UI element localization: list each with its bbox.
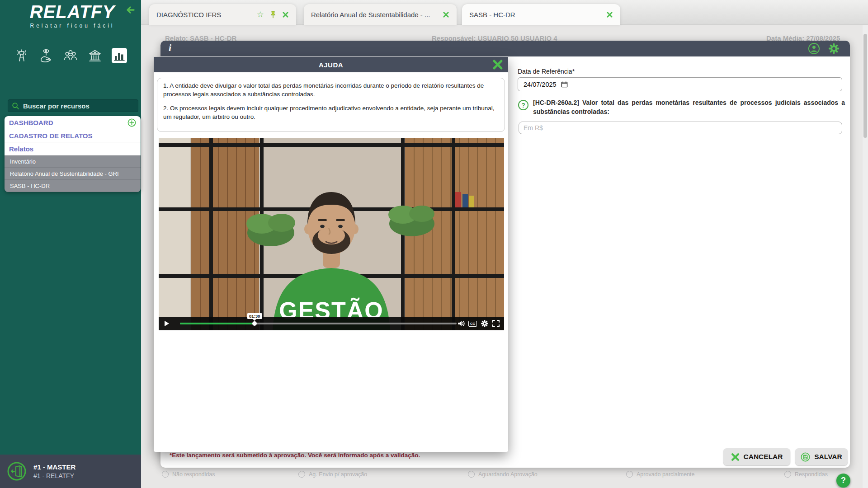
status-dot-icon bbox=[162, 471, 169, 478]
status-legend-item: Não respondidas bbox=[162, 471, 215, 478]
close-tab-icon[interactable] bbox=[443, 11, 449, 18]
search-input[interactable] bbox=[23, 102, 127, 110]
user-session-footer: #1 - MASTER #1 - RELATFY bbox=[0, 455, 141, 488]
progress-playhead[interactable] bbox=[252, 321, 257, 326]
tab-sasb-hc-dr[interactable]: SASB - HC-DR bbox=[462, 4, 620, 25]
people-group-icon[interactable] bbox=[62, 47, 79, 64]
help-modal-title: AJUDA bbox=[319, 61, 343, 69]
page-scrollbar bbox=[863, 25, 868, 488]
bank-icon[interactable] bbox=[87, 47, 103, 64]
help-modal: AJUDA 1. A entidade deve divulgar o valo… bbox=[154, 57, 508, 452]
question-help-icon[interactable]: ? bbox=[518, 100, 528, 110]
closed-captions-icon[interactable]: CC bbox=[468, 321, 477, 327]
volume-icon[interactable] bbox=[457, 319, 465, 328]
sidebar-subitem-label: Relatório Anual de Sustentabilidade - GR… bbox=[10, 170, 119, 177]
status-legend-item: Aguardando Aprovação bbox=[468, 471, 538, 478]
status-legend-item: Respondidas bbox=[784, 471, 828, 478]
save-button[interactable]: SALVAR bbox=[795, 448, 848, 465]
favorite-star-icon[interactable]: ☆ bbox=[257, 10, 264, 19]
tab-label: DIAGNÓSTICO IFRS bbox=[156, 11, 221, 19]
pin-icon[interactable] bbox=[269, 10, 277, 19]
help-video-player[interactable]: GESTÃO 01:30 CC bbox=[159, 138, 504, 330]
status-dot-icon bbox=[784, 471, 791, 478]
sidebar-item-relatos[interactable]: Relatos bbox=[5, 142, 141, 155]
date-reference-input[interactable]: 24/07/2025 bbox=[518, 77, 842, 91]
date-value: 24/07/2025 bbox=[524, 81, 557, 88]
sidebar: RELATFY Relatar ficou fácil DASHBOARD CA bbox=[0, 0, 141, 488]
sidebar-menu: DASHBOARD CADASTRO DE RELATOS Relatos In… bbox=[5, 116, 141, 192]
dialog-header: i bbox=[160, 41, 850, 56]
sidebar-item-label: Relatos bbox=[9, 145, 33, 153]
status-dot-icon bbox=[298, 471, 305, 478]
sidebar-module-icons bbox=[14, 45, 127, 66]
info-icon: i bbox=[169, 42, 171, 54]
sidebar-subitem-sasb-hc-dr[interactable]: SASB - HC-DR bbox=[5, 180, 141, 192]
question-label: [HC-DR-260a.2] Valor total das perdas mo… bbox=[533, 98, 845, 117]
logout-door-icon[interactable] bbox=[6, 461, 27, 482]
fullscreen-icon[interactable] bbox=[492, 319, 500, 328]
play-button-icon[interactable] bbox=[165, 321, 169, 326]
help-text-box: 1. A entidade deve divulgar o valor tota… bbox=[157, 78, 505, 132]
cancel-x-icon bbox=[731, 453, 740, 461]
video-settings-gear-icon[interactable] bbox=[481, 319, 489, 328]
tab-diagnostico-ifrs[interactable]: DIAGNÓSTICO IFRS ☆ bbox=[149, 4, 296, 25]
help-fab-button[interactable]: ? bbox=[836, 474, 850, 488]
help-paragraph: 2. Os processos legais devem incluir qua… bbox=[163, 104, 499, 121]
calendar-icon[interactable] bbox=[561, 81, 568, 88]
status-dot-icon bbox=[468, 471, 475, 478]
date-reference-label: Data de Referência* bbox=[518, 68, 575, 75]
app-logo: RELATFY bbox=[18, 2, 127, 22]
tab-relatorio-anual[interactable]: Relatório Anual de Sustentabilidade - ..… bbox=[304, 4, 457, 25]
close-modal-icon[interactable] bbox=[492, 59, 503, 70]
sidebar-item-label: CADASTRO DE RELATOS bbox=[9, 132, 92, 140]
tab-label: SASB - HC-DR bbox=[469, 11, 515, 19]
settings-gear-icon[interactable] bbox=[828, 42, 840, 55]
tab-bar: DIAGNÓSTICO IFRS ☆ Relatório Anual de Su… bbox=[141, 0, 868, 25]
industry-tower-icon[interactable] bbox=[14, 47, 30, 64]
scrollbar-thumb[interactable] bbox=[863, 34, 867, 138]
close-tab-icon[interactable] bbox=[282, 11, 289, 18]
cancel-button[interactable]: CANCELAR bbox=[723, 448, 790, 465]
search-icon bbox=[12, 102, 19, 110]
chart-icon-active[interactable] bbox=[111, 47, 127, 64]
help-modal-header: AJUDA bbox=[154, 57, 508, 72]
sidebar-subitem-label: Inventário bbox=[10, 158, 36, 165]
add-circle-icon[interactable] bbox=[127, 118, 136, 127]
sidebar-item-cadastro-de-relatos[interactable]: CADASTRO DE RELATOS bbox=[5, 129, 141, 142]
status-legend-item: Ag. Envio p/ aprovação bbox=[298, 471, 367, 478]
sidebar-subitem-inventario[interactable]: Inventário bbox=[5, 155, 141, 168]
search-box[interactable] bbox=[8, 99, 138, 112]
hand-plant-icon[interactable] bbox=[38, 47, 54, 64]
approval-warning-text: *Este lançamento será submetido à aprova… bbox=[170, 452, 420, 459]
user-account-icon[interactable] bbox=[808, 42, 820, 55]
status-legend-item: Aprovado parcialmente bbox=[626, 471, 695, 478]
video-frame: GESTÃO bbox=[159, 138, 504, 330]
monetary-value-input[interactable] bbox=[519, 122, 842, 134]
tab-label: Relatório Anual de Sustentabilidade - ..… bbox=[311, 11, 430, 19]
close-tab-icon[interactable] bbox=[606, 11, 613, 18]
video-control-bar: 01:30 CC bbox=[159, 317, 504, 330]
help-paragraph: 1. A entidade deve divulgar o valor tota… bbox=[163, 82, 499, 99]
progress-played bbox=[180, 323, 255, 324]
sidebar-subitem-label: SASB - HC-DR bbox=[10, 183, 50, 189]
collapse-sidebar-arrow-icon[interactable] bbox=[125, 4, 137, 16]
sidebar-item-label: DASHBOARD bbox=[9, 119, 53, 127]
status-dot-icon bbox=[626, 471, 633, 478]
session-user: #1 - MASTER bbox=[33, 463, 75, 471]
time-tooltip: 01:30 bbox=[247, 313, 262, 319]
video-progress-bar[interactable]: 01:30 bbox=[180, 323, 457, 324]
save-disk-icon bbox=[801, 452, 810, 462]
sidebar-subitem-relatorio-gri[interactable]: Relatório Anual de Sustentabilidade - GR… bbox=[5, 168, 141, 180]
app-tagline: Relatar ficou fácil bbox=[18, 23, 127, 29]
session-tenant: #1 - RELATFY bbox=[33, 472, 75, 479]
sidebar-item-dashboard[interactable]: DASHBOARD bbox=[5, 116, 141, 129]
